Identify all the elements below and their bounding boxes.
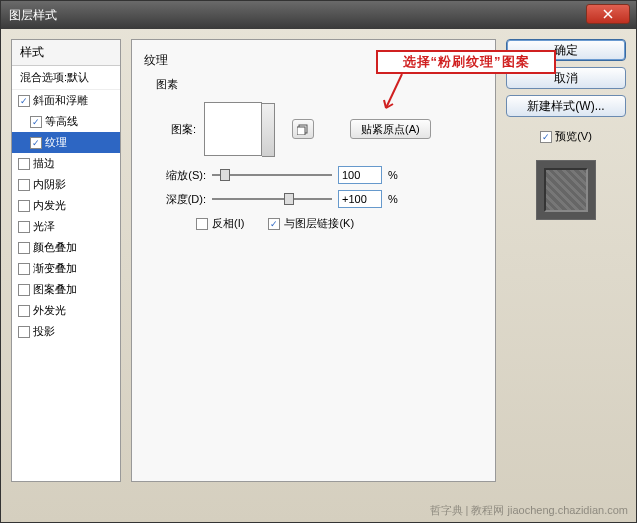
link-layer-checkbox[interactable] — [268, 218, 280, 230]
style-stroke[interactable]: 描边 — [12, 153, 120, 174]
pattern-section-title: 图素 — [156, 77, 483, 92]
style-outer-glow[interactable]: 外发光 — [12, 300, 120, 321]
slider-thumb[interactable] — [220, 169, 230, 181]
checkbox-icon[interactable] — [18, 221, 30, 233]
new-preset-icon — [297, 123, 309, 135]
snap-origin-button[interactable]: 贴紧原点(A) — [350, 119, 431, 139]
scale-input[interactable] — [338, 166, 382, 184]
slider-track — [212, 174, 332, 176]
style-bevel-emboss[interactable]: 斜面和浮雕 — [12, 90, 120, 111]
percent-label: % — [388, 169, 398, 181]
invert-checkbox[interactable] — [196, 218, 208, 230]
scale-slider[interactable] — [212, 169, 332, 181]
depth-row: 深度(D): % — [156, 190, 483, 208]
style-inner-glow[interactable]: 内发光 — [12, 195, 120, 216]
pattern-picker[interactable] — [204, 102, 262, 156]
watermark: 哲字典 | 教程网 jiaocheng.chazidian.com — [430, 503, 629, 518]
style-inner-shadow[interactable]: 内阴影 — [12, 174, 120, 195]
checkbox-icon[interactable] — [18, 158, 30, 170]
styles-header[interactable]: 样式 — [12, 40, 120, 66]
blend-options[interactable]: 混合选项:默认 — [12, 66, 120, 90]
preview-check-row: 预览(V) — [506, 129, 626, 144]
preview-swatch — [536, 160, 596, 220]
checkbox-icon[interactable] — [30, 137, 42, 149]
window-title: 图层样式 — [9, 7, 57, 24]
style-contour[interactable]: 等高线 — [12, 111, 120, 132]
annotation-callout: 选择“粉刷纹理”图案 — [376, 50, 556, 74]
invert-label: 反相(I) — [212, 216, 244, 231]
style-satin[interactable]: 光泽 — [12, 216, 120, 237]
style-pattern-overlay[interactable]: 图案叠加 — [12, 279, 120, 300]
checkbox-icon[interactable] — [18, 263, 30, 275]
checkbox-icon[interactable] — [18, 179, 30, 191]
style-texture[interactable]: 纹理 — [12, 132, 120, 153]
new-preset-button[interactable] — [292, 119, 314, 139]
depth-input[interactable] — [338, 190, 382, 208]
close-icon — [603, 9, 613, 19]
checkbox-row: 反相(I) 与图层链接(K) — [196, 216, 483, 231]
close-button[interactable] — [586, 4, 630, 24]
new-style-button[interactable]: 新建样式(W)... — [506, 95, 626, 117]
annotation-arrow-icon — [382, 72, 412, 112]
percent-label: % — [388, 193, 398, 205]
preview-swatch-inner — [544, 168, 588, 212]
depth-label: 深度(D): — [156, 192, 206, 207]
svg-rect-1 — [297, 127, 305, 135]
slider-thumb[interactable] — [284, 193, 294, 205]
scale-label: 缩放(S): — [156, 168, 206, 183]
style-gradient-overlay[interactable]: 渐变叠加 — [12, 258, 120, 279]
styles-list-panel: 样式 混合选项:默认 斜面和浮雕 等高线 纹理 描边 内阴影 内发光 光泽 颜色… — [11, 39, 121, 482]
pattern-label: 图案: — [156, 122, 196, 137]
texture-settings-panel: 纹理 选择“粉刷纹理”图案 图素 图案: 贴紧原点(A) 缩放(S): — [131, 39, 496, 482]
style-color-overlay[interactable]: 颜色叠加 — [12, 237, 120, 258]
checkbox-icon[interactable] — [18, 326, 30, 338]
pattern-row: 图案: 贴紧原点(A) — [156, 102, 483, 156]
action-panel: 确定 取消 新建样式(W)... 预览(V) — [506, 39, 626, 482]
dialog-content: 样式 混合选项:默认 斜面和浮雕 等高线 纹理 描边 内阴影 内发光 光泽 颜色… — [1, 29, 636, 492]
depth-slider[interactable] — [212, 193, 332, 205]
checkbox-icon[interactable] — [18, 200, 30, 212]
checkbox-icon[interactable] — [30, 116, 42, 128]
preview-label: 预览(V) — [555, 129, 592, 144]
scale-row: 缩放(S): % — [156, 166, 483, 184]
slider-track — [212, 198, 332, 200]
checkbox-icon[interactable] — [18, 95, 30, 107]
layer-style-dialog: 图层样式 样式 混合选项:默认 斜面和浮雕 等高线 纹理 描边 内阴影 内发光 … — [0, 0, 637, 523]
preview-checkbox[interactable] — [540, 131, 552, 143]
titlebar: 图层样式 — [1, 1, 636, 29]
style-drop-shadow[interactable]: 投影 — [12, 321, 120, 342]
pattern-subgroup: 图素 图案: 贴紧原点(A) 缩放(S): — [156, 77, 483, 231]
checkbox-icon[interactable] — [18, 284, 30, 296]
checkbox-icon[interactable] — [18, 305, 30, 317]
link-layer-label: 与图层链接(K) — [284, 216, 354, 231]
checkbox-icon[interactable] — [18, 242, 30, 254]
